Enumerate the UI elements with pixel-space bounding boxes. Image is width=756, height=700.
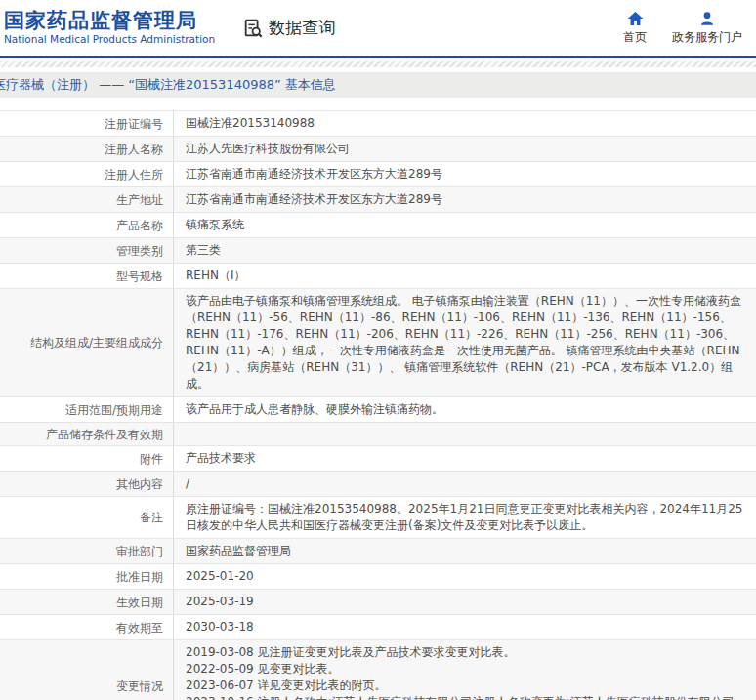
row-label: 生产地址 [0,187,174,212]
row-label: 其他内容 [0,472,174,496]
table-row-approval-department: 审批部门 国家药品监督管理局 [0,539,756,564]
table-row-approval-date: 批准日期 2025-01-20 [0,564,756,590]
home-button[interactable]: 首页 [623,11,647,46]
row-value: 第三类 [174,238,756,263]
row-value: 江苏省南通市南通经济技术开发区东方大道289号 [174,162,756,186]
row-value: 该产品用于成人患者静脉、硬膜外输注镇痛药物。 [174,397,756,422]
change-history-list: 2019-03-08 见注册证变更对比表及产品技术要求变更对比表。 2022-0… [186,644,735,700]
row-label: 生效日期 [0,590,174,614]
logo-title: 国家药品监督管理局 [4,10,215,32]
table-row-attachment: 附件 产品技术要求 [0,446,756,472]
table-row-registrant-address: 注册人住所 江苏省南通市南通经济技术开发区东方大道289号 [0,162,756,187]
table-row-effective-date: 生效日期 2025-03-19 [0,590,756,615]
table-row-other-content: 其他内容 / [0,472,756,497]
row-label: 型号规格 [0,264,174,288]
row-value: 该产品由电子镇痛泵和镇痛管理系统组成。 电子镇痛泵由输注装置（REHN（11））… [174,289,756,396]
row-value: 国械注准20153140988 [174,111,756,136]
row-value: REHN（Ⅰ） [174,264,756,288]
table-row-expiry-date: 有效期至 2030-03-18 [0,615,756,640]
row-value: 原注册证编号：国械注准20153540988。2025年1月21日同意更正变更对… [174,497,756,538]
table-row-registrant-name: 注册人名称 江苏人先医疗科技股份有限公司 [0,137,756,162]
user-icon [699,11,715,26]
table-row-change-history: 变更情况 2019-03-08 见注册证变更对比表及产品技术要求变更对比表。 2… [0,640,756,700]
row-value: 产品技术要求 [174,446,756,471]
table-row-product-name: 产品名称 镇痛泵系统 [0,213,756,238]
nav-data-query[interactable]: 数据查询 [242,17,335,39]
home-label: 首页 [623,29,647,46]
row-value: 江苏人先医疗科技股份有限公司 [174,137,756,161]
row-label: 结构及组成/主要组成成分 [0,289,174,396]
table-row-structure-composition: 结构及组成/主要组成成分 该产品由电子镇痛泵和镇痛管理系统组成。 电子镇痛泵由输… [0,289,756,397]
nmpa-logo: 国家药品监督管理局 National Medical Products Admi… [4,10,215,46]
row-value: 2019-03-08 见注册证变更对比表及产品技术要求变更对比表。 2022-0… [174,640,756,700]
table-row-storage-validity: 产品储存条件及有效期 [0,423,756,446]
row-value: 2025-03-19 [174,590,756,614]
change-history-item: 2023-06-07 详见变更对比表的附页。 [186,678,735,694]
nav-data-query-label: 数据查询 [269,17,335,39]
header-right-nav: 首页 政务服务门户 [623,11,742,46]
registration-info-table: 注册证编号 国械注准20153140988 注册人名称 江苏人先医疗科技股份有限… [0,110,756,700]
row-label: 附件 [0,446,174,471]
row-label: 注册人住所 [0,162,174,186]
striped-band [0,61,756,67]
row-value: 江苏省南通市南通经济技术开发区东方大道289号 [174,187,756,212]
table-row-model-spec: 型号规格 REHN（Ⅰ） [0,264,756,289]
row-label: 变更情况 [0,640,174,700]
row-value: / [174,472,756,496]
row-value [174,423,756,445]
row-label: 产品储存条件及有效期 [0,423,174,445]
row-label: 管理类别 [0,238,174,263]
row-value: 2030-03-18 [174,615,756,639]
row-label: 产品名称 [0,213,174,237]
data-query-icon [242,18,264,39]
change-history-item: 2022-05-09 见变更对比表。 [186,661,735,678]
home-icon [627,11,644,26]
logo-subtitle: National Medical Products Administration [4,34,215,46]
row-value: 镇痛泵系统 [174,213,756,237]
table-row-management-class: 管理类别 第三类 [0,238,756,264]
breadcrumb-bar: 医疗器械（注册） —— “国械注准20153140988” 基本信息 [0,72,756,98]
change-history-item: 2019-03-08 见注册证变更对比表及产品技术要求变更对比表。 [186,644,735,661]
table-row-remark: 备注 原注册证编号：国械注准20153540988。2025年1月21日同意更正… [0,497,756,539]
row-label: 审批部门 [0,539,174,563]
row-value: 2025-01-20 [174,564,756,589]
table-row-production-address: 生产地址 江苏省南通市南通经济技术开发区东方大道289号 [0,187,756,213]
header: 国家药品监督管理局 National Medical Products Admi… [0,0,756,56]
row-label: 注册证编号 [0,111,174,136]
structure-text: 该产品由电子镇痛泵和镇痛管理系统组成。 电子镇痛泵由输注装置（REHN（11））… [186,293,746,392]
row-label: 有效期至 [0,615,174,639]
portal-button[interactable]: 政务服务门户 [672,11,742,46]
remark-text: 原注册证编号：国械注准20153540988。2025年1月21日同意更正变更对… [186,501,746,534]
row-label: 注册人名称 [0,137,174,161]
row-label: 适用范围/预期用途 [0,397,174,422]
table-row-intended-use: 适用范围/预期用途 该产品用于成人患者静脉、硬膜外输注镇痛药物。 [0,397,756,423]
spacer [0,98,756,110]
page: 国家药品监督管理局 National Medical Products Admi… [0,0,756,700]
row-value: 国家药品监督管理局 [174,539,756,563]
row-label: 批准日期 [0,564,174,589]
table-row-cert-number: 注册证编号 国械注准20153140988 [0,111,756,137]
portal-label: 政务服务门户 [672,29,742,46]
change-history-item: 2023-10-16 注册人名称由:江苏人先医疗科技有限公司注册人名称变更为:江… [186,694,735,700]
row-label: 备注 [0,497,174,538]
page-title: 医疗器械（注册） —— “国械注准20153140988” 基本信息 [0,76,336,94]
